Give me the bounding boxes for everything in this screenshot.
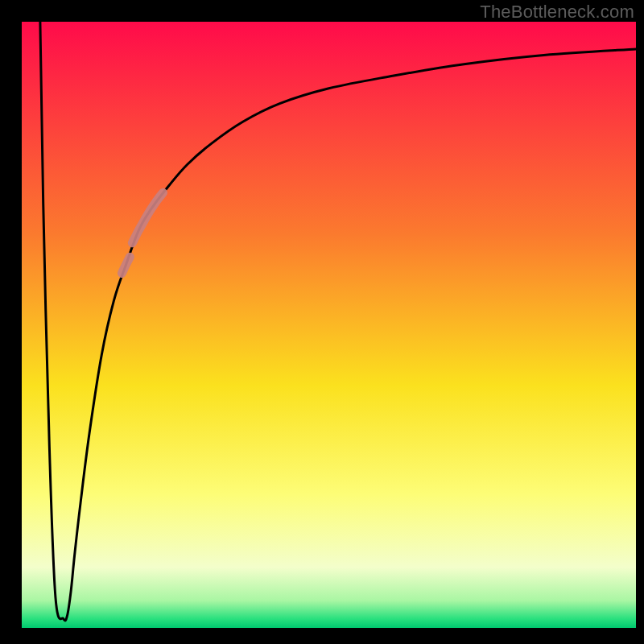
- watermark-text: TheBottleneck.com: [480, 2, 634, 23]
- chart-container: TheBottleneck.com: [0, 0, 644, 644]
- bottleneck-chart: [0, 0, 644, 644]
- plot-background: [22, 22, 636, 628]
